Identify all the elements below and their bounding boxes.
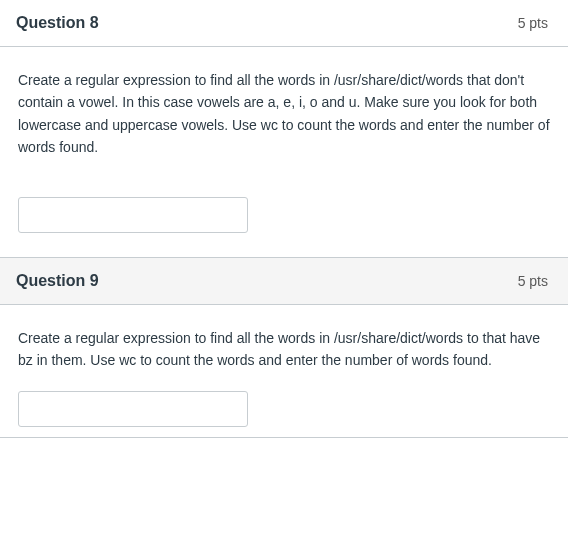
question-8-prompt: Create a regular expression to find all … (18, 69, 550, 159)
question-9-prompt: Create a regular expression to find all … (18, 327, 550, 372)
question-8-body: Create a regular expression to find all … (0, 47, 568, 257)
question-8-block: Question 8 5 pts Create a regular expres… (0, 0, 568, 258)
question-9-points: 5 pts (518, 273, 548, 289)
question-8-points: 5 pts (518, 15, 548, 31)
question-9-header: Question 9 5 pts (0, 258, 568, 305)
question-8-header: Question 8 5 pts (0, 0, 568, 47)
question-8-title: Question 8 (16, 14, 99, 32)
question-9-answer-input[interactable] (18, 391, 248, 427)
question-9-body: Create a regular expression to find all … (0, 305, 568, 438)
question-9-block: Question 9 5 pts Create a regular expres… (0, 258, 568, 439)
question-8-answer-input[interactable] (18, 197, 248, 233)
question-9-title: Question 9 (16, 272, 99, 290)
